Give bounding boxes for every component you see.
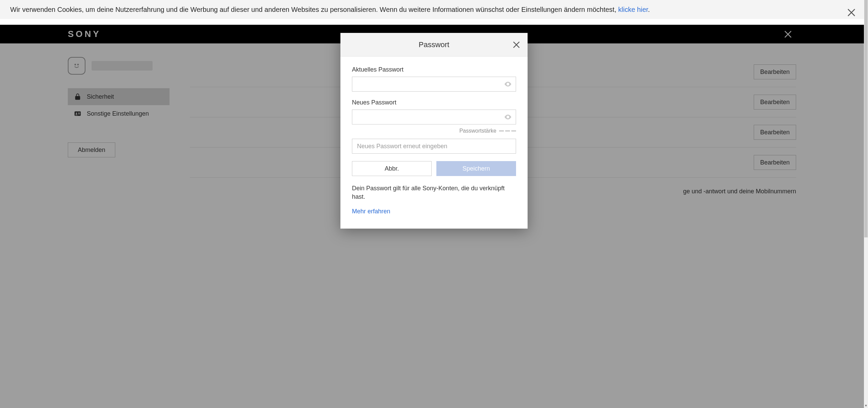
current-password-input[interactable] — [352, 77, 516, 92]
confirm-password-input[interactable] — [352, 139, 516, 154]
current-password-label: Aktuelles Passwort — [352, 66, 516, 73]
modal-title: Passwort — [419, 40, 449, 49]
password-note: Dein Passwort gilt für alle Sony-Konten,… — [352, 184, 516, 201]
password-modal: Passwort Aktuelles Passwort Neues Passwo… — [340, 33, 528, 229]
close-icon[interactable] — [846, 7, 856, 18]
password-strength-indicator: Passwortstärke — [352, 128, 516, 134]
learn-more-link[interactable]: Mehr erfahren — [352, 208, 390, 215]
modal-header: Passwort — [340, 33, 528, 57]
eye-icon[interactable] — [504, 113, 512, 121]
save-button[interactable]: Speichern — [436, 161, 516, 176]
strength-bar — [499, 130, 504, 132]
strength-bar — [505, 130, 510, 132]
cookie-banner: Wir verwenden Cookies, um deine Nutzerer… — [0, 0, 864, 19]
new-password-input[interactable] — [352, 110, 516, 124]
close-icon[interactable] — [512, 40, 521, 49]
cookie-text-after: . — [648, 6, 650, 13]
vertical-scrollbar[interactable]: ▼ — [864, 0, 868, 408]
cancel-button[interactable]: Abbr. — [352, 161, 432, 176]
password-strength-label: Passwortstärke — [459, 128, 496, 134]
cookie-text: Wir verwenden Cookies, um deine Nutzerer… — [10, 6, 618, 13]
scrollbar-thumb[interactable] — [864, 0, 868, 237]
new-password-label: Neues Passwort — [352, 99, 516, 106]
scrollbar-down-arrow[interactable]: ▼ — [864, 403, 868, 408]
strength-bar — [511, 130, 516, 132]
eye-icon[interactable] — [504, 80, 512, 88]
cookie-link[interactable]: klicke hier — [618, 6, 648, 13]
